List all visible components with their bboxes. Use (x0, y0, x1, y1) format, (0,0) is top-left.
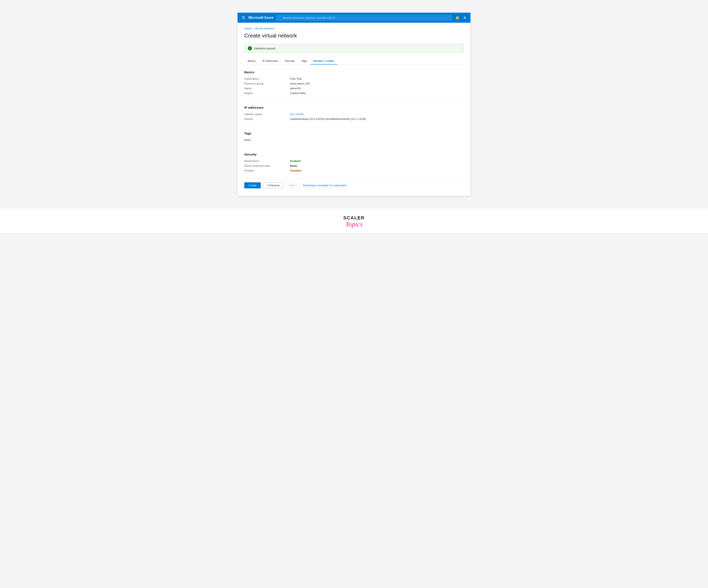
ip-section: IP addresses Address space 10.1.0.0/16 S… (244, 106, 464, 121)
field-firewall-value: Disabled (290, 169, 301, 172)
breadcrumb: Home › Virtual networks › (244, 27, 464, 30)
field-bastion-host: BastionHost Enabled (244, 159, 464, 163)
validation-icon: ✓ (248, 46, 252, 50)
basics-section: Basics Subscription Free Trial Resource … (244, 70, 464, 96)
notifications-icon[interactable]: 🔔 (454, 15, 461, 21)
field-address-space-value: 10.1.0.0/16 (290, 113, 304, 116)
field-address-space-label: Address space (244, 113, 290, 116)
page-title-row: Create virtual network ... (244, 32, 464, 39)
field-address-space: Address space 10.1.0.0/16 (244, 112, 464, 117)
divider-2 (244, 127, 464, 127)
brand-name: Microsoft Azure (248, 16, 273, 20)
next-button: Next > (286, 182, 301, 188)
field-subnet: Subnet mybackendsub (10.1.0.0/24).AzureB… (244, 117, 464, 121)
tabs-container: Basics IP Addresses Security Tags Review… (244, 58, 464, 64)
main-content: Home › Virtual networks › Create virtual… (238, 23, 470, 196)
tab-security[interactable]: Security (282, 58, 298, 64)
field-subnet-label: Subnet (244, 117, 290, 121)
field-ddos-label: DDoS protection plan (244, 164, 290, 167)
create-button[interactable]: Create (244, 182, 261, 188)
tab-ip-addresses[interactable]: IP Addresses (259, 58, 281, 64)
footer-bar: Create < Previous Next > Download a temp… (244, 179, 464, 189)
breadcrumb-sep-1: › (253, 27, 254, 30)
field-tags-value: None (244, 138, 251, 142)
field-firewall: Firewall Disabled (244, 168, 464, 173)
field-rg-value: (new) demo_RG (290, 82, 310, 85)
page-title: Create virtual network (244, 32, 297, 39)
security-section: Security BastionHost Enabled DDoS protec… (244, 153, 464, 173)
field-resource-group: Resource group (new) demo_RG (244, 81, 464, 86)
tab-review-create[interactable]: Review + create (310, 58, 337, 64)
field-name: Name demoVN (244, 86, 464, 91)
field-name-label: Name (244, 87, 290, 90)
search-wrapper: 🔍 (276, 14, 452, 21)
field-bastion-label: BastionHost (244, 159, 290, 162)
validation-banner: ✓ Validation passed (244, 44, 464, 53)
settings-icon[interactable]: ⚙ (463, 15, 467, 21)
topbar: ☰ Microsoft Azure 🔍 🔔 ⚙ (238, 13, 470, 23)
previous-button[interactable]: < Previous (263, 182, 283, 188)
field-name-value: demoVN (290, 87, 301, 90)
field-bastion-value: Enabled (290, 159, 301, 162)
breadcrumb-home[interactable]: Home (244, 27, 252, 30)
tab-tags[interactable]: Tags (298, 58, 310, 64)
field-region-value: Central India (290, 92, 305, 95)
hamburger-menu-icon[interactable]: ☰ (241, 14, 246, 21)
tags-section-title: Tags (244, 131, 464, 135)
topbar-icons: 🔔 ⚙ (454, 15, 467, 21)
security-section-title: Security (244, 153, 464, 156)
breadcrumb-sep-2: › (275, 27, 276, 30)
tags-section: Tags None (244, 131, 464, 143)
field-region-label: Region (244, 92, 290, 95)
scaler-topics: Topics (0, 221, 708, 228)
field-subnet-value: mybackendsub (10.1.0.0/24).AzureBastionS… (290, 117, 366, 121)
field-firewall-label: Firewall (244, 169, 290, 172)
field-subscription-value: Free Trial (290, 77, 301, 80)
field-region: Region Central India (244, 91, 464, 96)
basics-section-title: Basics (244, 70, 464, 74)
breadcrumb-virtual-networks[interactable]: Virtual networks (255, 27, 274, 30)
search-input[interactable] (276, 14, 452, 21)
scaler-brand: SCALER (0, 215, 708, 221)
field-tags-none: None (244, 137, 464, 143)
download-template-link[interactable]: Download a template for automation (303, 184, 347, 187)
field-ddos-value: Basic (290, 164, 297, 167)
ip-section-title: IP addresses (244, 106, 464, 109)
page-title-options[interactable]: ... (300, 33, 305, 38)
scaler-footer: SCALER Topics (0, 209, 708, 233)
field-subscription-label: Subscription (244, 77, 290, 80)
field-ddos: DDoS protection plan Basic (244, 163, 464, 168)
validation-message: Validation passed (254, 47, 275, 50)
tab-basics[interactable]: Basics (244, 58, 259, 64)
field-subscription: Subscription Free Trial (244, 76, 464, 81)
field-rg-label: Resource group (244, 82, 290, 85)
